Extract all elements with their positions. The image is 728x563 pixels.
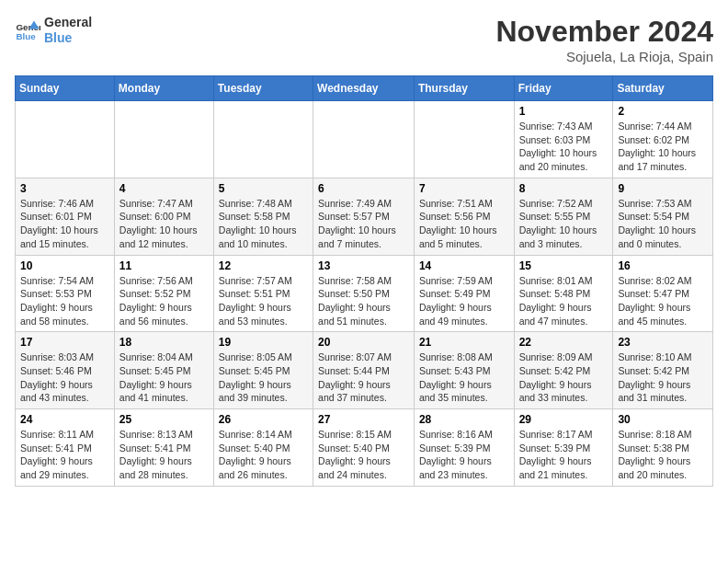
calendar-cell: 26Sunrise: 8:14 AM Sunset: 5:40 PM Dayli… <box>213 409 313 487</box>
calendar-cell: 3Sunrise: 7:46 AM Sunset: 6:01 PM Daylig… <box>16 178 115 255</box>
day-info: Sunrise: 8:07 AM Sunset: 5:44 PM Dayligh… <box>318 350 409 405</box>
day-number: 4 <box>119 182 209 195</box>
day-number: 7 <box>419 182 509 195</box>
calendar-cell: 7Sunrise: 7:51 AM Sunset: 5:56 PM Daylig… <box>414 178 514 255</box>
day-info: Sunrise: 8:04 AM Sunset: 5:45 PM Dayligh… <box>119 350 209 405</box>
day-number: 18 <box>119 336 209 349</box>
calendar-cell: 17Sunrise: 8:03 AM Sunset: 5:46 PM Dayli… <box>16 332 115 409</box>
day-info: Sunrise: 8:10 AM Sunset: 5:42 PM Dayligh… <box>618 350 708 405</box>
calendar-cell <box>213 101 313 178</box>
day-info: Sunrise: 8:05 AM Sunset: 5:45 PM Dayligh… <box>219 350 308 405</box>
day-number: 29 <box>519 413 609 426</box>
day-info: Sunrise: 8:02 AM Sunset: 5:47 PM Dayligh… <box>618 274 708 328</box>
day-number: 3 <box>20 182 109 195</box>
calendar-cell <box>114 101 213 178</box>
day-info: Sunrise: 7:58 AM Sunset: 5:50 PM Dayligh… <box>318 274 409 328</box>
calendar-cell: 15Sunrise: 8:01 AM Sunset: 5:48 PM Dayli… <box>514 255 613 332</box>
day-info: Sunrise: 8:01 AM Sunset: 5:48 PM Dayligh… <box>519 274 609 328</box>
day-number: 30 <box>618 413 708 426</box>
day-number: 17 <box>20 336 109 349</box>
title-block: November 2024 Sojuela, La Rioja, Spain <box>495 15 713 64</box>
day-info: Sunrise: 7:44 AM Sunset: 6:02 PM Dayligh… <box>618 120 708 174</box>
month-title: November 2024 <box>495 15 713 49</box>
calendar-cell: 8Sunrise: 7:52 AM Sunset: 5:55 PM Daylig… <box>514 178 613 255</box>
calendar-cell: 10Sunrise: 7:54 AM Sunset: 5:53 PM Dayli… <box>16 255 115 332</box>
calendar-cell: 30Sunrise: 8:18 AM Sunset: 5:38 PM Dayli… <box>613 409 713 487</box>
day-number: 12 <box>219 259 308 272</box>
calendar-cell: 16Sunrise: 8:02 AM Sunset: 5:47 PM Dayli… <box>613 255 713 332</box>
day-info: Sunrise: 8:17 AM Sunset: 5:39 PM Dayligh… <box>519 428 609 482</box>
day-info: Sunrise: 7:52 AM Sunset: 5:55 PM Dayligh… <box>519 197 609 251</box>
calendar-cell: 22Sunrise: 8:09 AM Sunset: 5:42 PM Dayli… <box>514 332 613 409</box>
day-number: 11 <box>119 259 209 272</box>
weekday-header-friday: Friday <box>514 76 613 101</box>
day-info: Sunrise: 7:51 AM Sunset: 5:56 PM Dayligh… <box>419 197 509 251</box>
logo-blue: Blue <box>44 30 92 46</box>
logo-general: General <box>44 15 92 30</box>
weekday-header-saturday: Saturday <box>613 76 713 101</box>
day-info: Sunrise: 7:59 AM Sunset: 5:49 PM Dayligh… <box>419 274 509 328</box>
calendar-cell: 4Sunrise: 7:47 AM Sunset: 6:00 PM Daylig… <box>114 178 213 255</box>
logo-icon: General Blue <box>15 17 40 43</box>
calendar-cell <box>414 101 514 178</box>
calendar-cell: 18Sunrise: 8:04 AM Sunset: 5:45 PM Dayli… <box>114 332 213 409</box>
day-number: 26 <box>219 413 308 426</box>
day-info: Sunrise: 8:03 AM Sunset: 5:46 PM Dayligh… <box>20 350 109 405</box>
day-number: 9 <box>618 182 708 195</box>
calendar-cell: 19Sunrise: 8:05 AM Sunset: 5:45 PM Dayli… <box>213 332 313 409</box>
calendar-cell <box>16 101 115 178</box>
week-row-1: 1Sunrise: 7:43 AM Sunset: 6:03 PM Daylig… <box>16 101 713 178</box>
week-row-2: 3Sunrise: 7:46 AM Sunset: 6:01 PM Daylig… <box>16 178 713 255</box>
calendar-cell: 25Sunrise: 8:13 AM Sunset: 5:41 PM Dayli… <box>114 409 213 487</box>
calendar-body: 1Sunrise: 7:43 AM Sunset: 6:03 PM Daylig… <box>16 101 713 487</box>
day-number: 22 <box>519 336 609 349</box>
day-number: 10 <box>20 259 109 272</box>
day-info: Sunrise: 7:43 AM Sunset: 6:03 PM Dayligh… <box>519 120 609 174</box>
day-info: Sunrise: 7:54 AM Sunset: 5:53 PM Dayligh… <box>20 274 109 328</box>
day-number: 16 <box>618 259 708 272</box>
weekday-header-tuesday: Tuesday <box>213 76 313 101</box>
weekday-header-row: SundayMondayTuesdayWednesdayThursdayFrid… <box>16 76 713 101</box>
day-number: 20 <box>318 336 409 349</box>
day-info: Sunrise: 8:13 AM Sunset: 5:41 PM Dayligh… <box>119 428 209 482</box>
day-number: 23 <box>618 336 708 349</box>
day-info: Sunrise: 8:15 AM Sunset: 5:40 PM Dayligh… <box>318 428 409 482</box>
day-number: 19 <box>219 336 308 349</box>
calendar-cell: 29Sunrise: 8:17 AM Sunset: 5:39 PM Dayli… <box>514 409 613 487</box>
weekday-header-wednesday: Wednesday <box>313 76 415 101</box>
day-info: Sunrise: 8:11 AM Sunset: 5:41 PM Dayligh… <box>20 428 109 482</box>
day-number: 1 <box>519 105 609 118</box>
week-row-3: 10Sunrise: 7:54 AM Sunset: 5:53 PM Dayli… <box>16 255 713 332</box>
calendar-cell: 20Sunrise: 8:07 AM Sunset: 5:44 PM Dayli… <box>313 332 415 409</box>
calendar-cell: 2Sunrise: 7:44 AM Sunset: 6:02 PM Daylig… <box>613 101 713 178</box>
day-info: Sunrise: 8:09 AM Sunset: 5:42 PM Dayligh… <box>519 350 609 405</box>
weekday-header-sunday: Sunday <box>16 76 115 101</box>
calendar-cell <box>313 101 415 178</box>
calendar-cell: 28Sunrise: 8:16 AM Sunset: 5:39 PM Dayli… <box>414 409 514 487</box>
day-info: Sunrise: 7:46 AM Sunset: 6:01 PM Dayligh… <box>20 197 109 251</box>
calendar-cell: 14Sunrise: 7:59 AM Sunset: 5:49 PM Dayli… <box>414 255 514 332</box>
day-info: Sunrise: 7:53 AM Sunset: 5:54 PM Dayligh… <box>618 197 708 251</box>
day-info: Sunrise: 8:16 AM Sunset: 5:39 PM Dayligh… <box>419 428 509 482</box>
week-row-4: 17Sunrise: 8:03 AM Sunset: 5:46 PM Dayli… <box>16 332 713 409</box>
day-info: Sunrise: 7:57 AM Sunset: 5:51 PM Dayligh… <box>219 274 308 328</box>
day-number: 8 <box>519 182 609 195</box>
day-info: Sunrise: 7:47 AM Sunset: 6:00 PM Dayligh… <box>119 197 209 251</box>
day-info: Sunrise: 8:14 AM Sunset: 5:40 PM Dayligh… <box>219 428 308 482</box>
day-number: 25 <box>119 413 209 426</box>
calendar-cell: 24Sunrise: 8:11 AM Sunset: 5:41 PM Dayli… <box>16 409 115 487</box>
day-info: Sunrise: 7:49 AM Sunset: 5:57 PM Dayligh… <box>318 197 409 251</box>
day-number: 27 <box>318 413 409 426</box>
logo: General Blue General Blue <box>15 15 92 46</box>
day-info: Sunrise: 7:56 AM Sunset: 5:52 PM Dayligh… <box>119 274 209 328</box>
calendar-cell: 6Sunrise: 7:49 AM Sunset: 5:57 PM Daylig… <box>313 178 415 255</box>
day-info: Sunrise: 8:08 AM Sunset: 5:43 PM Dayligh… <box>419 350 509 405</box>
day-number: 21 <box>419 336 509 349</box>
calendar-cell: 1Sunrise: 7:43 AM Sunset: 6:03 PM Daylig… <box>514 101 613 178</box>
weekday-header-thursday: Thursday <box>414 76 514 101</box>
day-info: Sunrise: 8:18 AM Sunset: 5:38 PM Dayligh… <box>618 428 708 482</box>
day-info: Sunrise: 7:48 AM Sunset: 5:58 PM Dayligh… <box>219 197 308 251</box>
calendar-cell: 9Sunrise: 7:53 AM Sunset: 5:54 PM Daylig… <box>613 178 713 255</box>
day-number: 13 <box>318 259 409 272</box>
day-number: 14 <box>419 259 509 272</box>
